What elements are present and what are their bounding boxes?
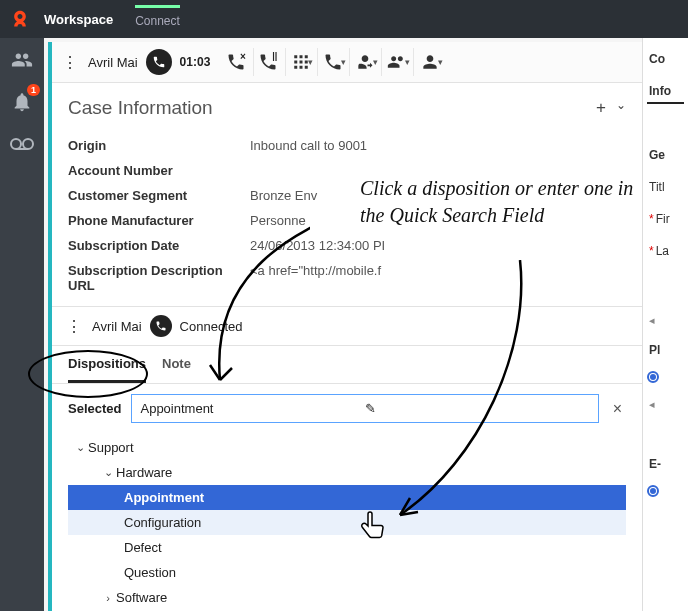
right-tab-contact[interactable]: Co	[647, 48, 684, 70]
tree-node-question[interactable]: Question	[68, 560, 626, 585]
svg-rect-3	[295, 55, 298, 58]
tab-note[interactable]: Note	[162, 346, 191, 383]
clear-icon[interactable]: ×	[609, 400, 626, 418]
tree-node-appointment[interactable]: Appointment	[68, 485, 626, 510]
svg-rect-4	[300, 55, 303, 58]
card-menu-icon[interactable]: ⌄	[616, 98, 626, 118]
disposition-panel: Selected Appointment ✎ × ⌄Support ⌄Hardw…	[52, 384, 642, 611]
collapse-icon[interactable]: ◂	[647, 396, 684, 413]
toolbar-menu-icon[interactable]: ⋮	[60, 53, 80, 72]
disposition-tree: ⌄Support ⌄Hardware Appointment Configura…	[68, 435, 626, 610]
toolbar-timer: 01:03	[180, 55, 211, 69]
hangup-button[interactable]: ×	[224, 48, 254, 76]
svg-rect-9	[295, 66, 298, 69]
consult-button[interactable]: ▾	[352, 48, 382, 76]
tree-node-support[interactable]: ⌄Support	[68, 435, 626, 460]
cursor-hand-icon	[360, 510, 388, 546]
annotation-circle	[28, 350, 148, 398]
annotation-text: Click a disposition or enter one in the …	[360, 175, 640, 229]
svg-rect-6	[295, 61, 298, 64]
topbar-connect-link[interactable]: Connect	[135, 5, 180, 34]
conference-button[interactable]: ▾	[384, 48, 414, 76]
chevron-down-icon: ⌄	[100, 466, 116, 479]
phone-icon	[146, 49, 172, 75]
tree-node-hardware[interactable]: ⌄Hardware	[68, 460, 626, 485]
segment-label: Customer Segment	[68, 188, 250, 203]
chevron-right-icon: ›	[100, 592, 116, 604]
topbar-title: Workspace	[44, 12, 113, 27]
call-status-row: ⋮ Avril Mai Connected	[52, 306, 642, 346]
card-title: Case Information	[68, 97, 213, 119]
right-tab-info[interactable]: Info	[647, 80, 684, 104]
party-button[interactable]: ▾	[416, 48, 446, 76]
svg-point-0	[11, 139, 21, 149]
segment-value: Bronze Env	[250, 188, 317, 203]
radio-icon[interactable]	[647, 371, 684, 386]
status-name: Avril Mai	[92, 319, 142, 334]
svg-rect-7	[300, 61, 303, 64]
alerts-badge: 1	[27, 84, 40, 96]
selected-label: Selected	[68, 401, 121, 416]
right-label-email: E-	[647, 453, 684, 475]
origin-label: Origin	[68, 138, 250, 153]
collapse-icon[interactable]: ◂	[647, 312, 684, 329]
right-label-phone: Pl	[647, 339, 684, 361]
disposition-search-input[interactable]: Appointment ✎	[131, 394, 598, 423]
right-label-title: Titl	[647, 176, 684, 198]
sidebar: 1	[0, 38, 44, 611]
status-menu-icon[interactable]: ⋮	[64, 317, 84, 336]
hold-button[interactable]: ||	[256, 48, 286, 76]
sidebar-item-alerts[interactable]: 1	[8, 88, 36, 116]
right-panel: Co Info Ge Titl *Fir *La ◂ Pl ◂ E-	[642, 38, 688, 611]
call-toolbar: ⋮ Avril Mai 01:03 × || ▾ ▾ ▾ ▾ ▾	[52, 42, 642, 83]
edit-icon[interactable]: ✎	[365, 401, 590, 416]
app-logo-icon	[8, 7, 32, 31]
svg-point-1	[23, 139, 33, 149]
suburl-value: <a href="http://mobile.f	[250, 263, 381, 293]
sidebar-item-contacts[interactable]	[8, 46, 36, 74]
selected-value: Appointment	[140, 401, 365, 416]
topbar: Workspace Connect	[0, 0, 688, 38]
origin-value: Inbound call to 9001	[250, 138, 367, 153]
tree-node-configuration[interactable]: Configuration	[68, 510, 626, 535]
right-label-first: *Fir	[647, 208, 684, 230]
transfer-button[interactable]: ▾	[320, 48, 350, 76]
suburl-label: Subscription Description URL	[68, 263, 250, 293]
subdate-value: 24/06/2013 12:34:00 PI	[250, 238, 385, 253]
chevron-down-icon: ⌄	[72, 441, 88, 454]
right-label-general: Ge	[647, 144, 684, 166]
tree-node-defect[interactable]: Defect	[68, 535, 626, 560]
account-label: Account Number	[68, 163, 250, 178]
toolbar-caller-name: Avril Mai	[88, 55, 138, 70]
phone-status-icon	[150, 315, 172, 337]
radio-icon[interactable]	[647, 485, 684, 500]
right-label-last: *La	[647, 240, 684, 262]
tree-node-software[interactable]: ›Software	[68, 585, 626, 610]
subdate-label: Subscription Date	[68, 238, 250, 253]
sidebar-item-voicemail[interactable]	[8, 130, 36, 158]
status-state: Connected	[180, 319, 243, 334]
svg-rect-10	[300, 66, 303, 69]
keypad-button[interactable]: ▾	[288, 48, 318, 76]
add-field-icon[interactable]: +	[596, 98, 606, 118]
manuf-label: Phone Manufacturer	[68, 213, 250, 228]
manuf-value: Personne	[250, 213, 306, 228]
